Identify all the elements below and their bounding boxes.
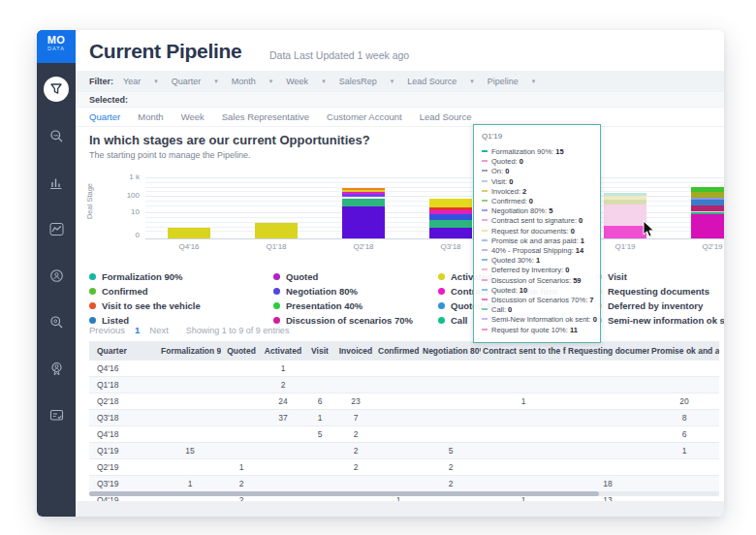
cell-value: 6 — [649, 426, 719, 442]
filter-dropdown-lead-source[interactable]: Lead Source▾ — [407, 77, 474, 86]
filter-dropdown-year[interactable]: Year▾ — [123, 77, 158, 86]
logo-line1: MO — [37, 35, 76, 46]
tab-lead-source[interactable]: Lead Source — [420, 111, 472, 122]
cell-value — [481, 443, 566, 458]
legend-item-visit[interactable]: Visit — [595, 271, 724, 282]
sidebar-item-line-chart[interactable] — [44, 216, 69, 241]
card-footer-strip — [76, 501, 724, 517]
stacked-bar-q218[interactable] — [342, 188, 385, 238]
tooltip-line: Contract sent to signature: 0 — [482, 216, 592, 226]
legend-item-visit-to-see-the-vehicle[interactable]: Visit to see the vehicle — [89, 300, 201, 311]
tooltip-series-dash-icon — [482, 150, 488, 152]
stacked-bar-q318[interactable] — [429, 199, 472, 238]
legend-item-discussion-of-scenarios-70[interactable]: Discussion of scenarios 70% — [273, 315, 413, 326]
column-header-visit[interactable]: Visit — [304, 341, 335, 361]
sidebar: MO DATA — [37, 30, 76, 517]
tab-week[interactable]: Week — [181, 111, 205, 122]
legend-dot-icon — [438, 273, 445, 280]
cell-value — [649, 476, 719, 491]
tooltip-line: Confirmed: 0 — [482, 197, 592, 206]
column-header-quoted[interactable]: Quoted — [221, 341, 262, 361]
filter-dropdown-quarter[interactable]: Quarter▾ — [172, 77, 218, 86]
sidebar-item-bar-chart[interactable] — [44, 170, 69, 195]
cell-value — [335, 361, 376, 376]
legend-item-quoted[interactable]: Quoted — [273, 271, 413, 282]
cell-value — [481, 361, 566, 376]
legend-label: Confirmed — [102, 286, 148, 297]
pagination-page-1[interactable]: 1 — [135, 325, 140, 335]
cell-value — [481, 476, 566, 491]
filter-dropdown-salesrep[interactable]: SalesRep▾ — [339, 77, 394, 86]
user-award-icon — [49, 362, 64, 376]
cell-value — [221, 443, 262, 458]
legend-dot-icon — [89, 317, 96, 324]
stacked-bar-q118[interactable] — [255, 223, 298, 238]
search-icon — [49, 315, 64, 330]
stacked-bar-q416[interactable] — [168, 228, 210, 238]
tab-quarter[interactable]: Quarter — [89, 111, 120, 122]
column-header-negotiation-80%[interactable]: Negotiation 80% — [421, 341, 481, 361]
table-pagination: Previous 1 Next Showing 1 to 9 of 9 entr… — [89, 325, 289, 335]
cell-value — [159, 361, 221, 376]
tooltip-series-dash-icon — [482, 180, 488, 182]
horizontal-scrollbar-track[interactable] — [89, 491, 719, 496]
cell-value — [421, 393, 481, 409]
legend-label: Requesting documents — [608, 286, 709, 297]
column-header-confirmed[interactable]: Confirmed — [376, 341, 421, 361]
column-header-promise-ok-and-arras-pays[interactable]: Promise ok and arras pays — [649, 341, 719, 361]
dashboard-card: MO DATA Current Pipeline Data Last Updat… — [37, 30, 724, 517]
legend-label: Discussion of scenarios 70% — [286, 315, 413, 326]
sidebar-item-notes[interactable] — [44, 402, 69, 427]
legend-item-semi-new-information-ok-sent[interactable]: Semi-new information ok sent — [595, 315, 724, 326]
bar-chart-plot — [145, 173, 724, 238]
stacked-bar-q219[interactable] — [691, 187, 724, 238]
tab-customer-account[interactable]: Customer Account — [327, 111, 402, 122]
tab-month[interactable]: Month — [138, 111, 163, 122]
cell-value — [649, 459, 719, 475]
tooltip-line: Visit: 0 — [482, 177, 592, 187]
sidebar-item-user-award[interactable] — [44, 356, 69, 381]
legend-column: VisitRequesting documentsDeferred by inv… — [595, 271, 724, 326]
legend-item-formalization-90[interactable]: Formalization 90% — [89, 271, 201, 282]
column-header-activated[interactable]: Activated — [262, 341, 304, 361]
cell-value: 2 — [335, 426, 376, 442]
tooltip-series-dash-icon — [482, 239, 488, 241]
sidebar-item-filter[interactable] — [44, 77, 69, 102]
filter-dropdown-week[interactable]: Week▾ — [286, 77, 325, 86]
tooltip-line: On: 0 — [482, 167, 592, 176]
column-header-contract-sent-to-the-firm[interactable]: Contract sent to the firm — [481, 341, 566, 361]
pipeline-table: QuarterFormalization 90%QuotedActivatedV… — [89, 341, 719, 509]
tooltip-line: Request for quote 10%: 11 — [482, 326, 592, 335]
table-row: Q1'1915251 — [89, 443, 719, 459]
bar-segment — [604, 205, 646, 226]
cell-value: 1 — [221, 459, 262, 475]
selected-label: Selected: — [89, 95, 128, 105]
sidebar-item-search-insight[interactable] — [44, 123, 69, 148]
legend-item-confirmed[interactable]: Confirmed — [89, 286, 201, 297]
filter-dropdown-label: Month — [232, 77, 256, 86]
pagination-next[interactable]: Next — [149, 325, 169, 335]
column-header-invoiced[interactable]: Invoiced — [335, 341, 376, 361]
filter-dropdown-pipeline[interactable]: Pipeline▾ — [488, 77, 536, 86]
cell-quarter: Q1'19 — [89, 443, 159, 458]
stacked-bar-q119[interactable] — [604, 193, 646, 238]
column-header-formalization-90%[interactable]: Formalization 90% — [159, 341, 221, 361]
legend-label: Semi-new information ok sent — [608, 315, 724, 326]
filter-dropdown-month[interactable]: Month▾ — [232, 77, 273, 86]
column-header-requesting-documents[interactable]: Requesting documents — [566, 341, 649, 361]
horizontal-scrollbar-thumb[interactable] — [89, 491, 599, 496]
tooltip-series-dash-icon — [482, 329, 488, 330]
column-header-quarter[interactable]: Quarter — [89, 341, 159, 361]
pagination-previous[interactable]: Previous — [89, 325, 125, 335]
tooltip-series-dash-icon — [482, 279, 488, 281]
cell-value: 1 — [159, 476, 221, 491]
legend-item-presentation-40[interactable]: Presentation 40% — [273, 300, 413, 311]
table-row: Q4'161 — [89, 361, 719, 377]
tooltip-series-dash-icon — [482, 308, 488, 310]
legend-item-negotiation-80[interactable]: Negotiation 80% — [273, 286, 413, 297]
legend-item-requesting-documents[interactable]: Requesting documents — [595, 286, 724, 297]
legend-item-deferred-by-inventory[interactable]: Deferred by inventory — [595, 300, 724, 311]
sidebar-item-target-user[interactable] — [44, 263, 69, 288]
tab-sales-representative[interactable]: Sales Representative — [222, 111, 309, 122]
sidebar-item-search[interactable] — [44, 309, 69, 334]
